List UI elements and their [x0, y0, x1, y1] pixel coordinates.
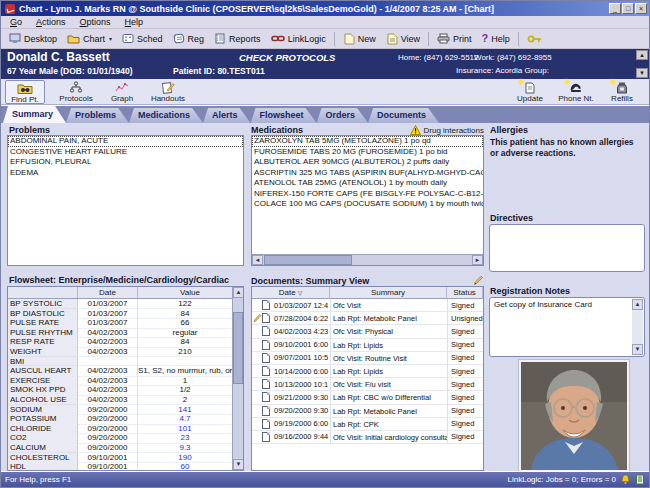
scrollbar-track[interactable] [233, 384, 243, 459]
medication-list-item[interactable]: COLACE 100 MG CAPS (DOCUSATE SODIUM) 1 b… [252, 199, 483, 210]
problem-list-item[interactable]: EDEMA [8, 168, 243, 179]
document-row[interactable]: 10/13/2000 10:1 Ofc Visit: F/u visit Sig… [252, 378, 483, 391]
flowsheet-row[interactable]: BP DIASTOLIC 01/03/2007 84 [8, 309, 232, 319]
flowsheet-row[interactable]: AUSCUL HEART 04/02/2003 S1, S2, no murmu… [8, 366, 232, 376]
menu-item[interactable]: Go [3, 17, 29, 27]
view-button[interactable]: View [381, 32, 425, 46]
menu-item[interactable]: Help [118, 17, 151, 27]
problem-list-item[interactable]: EFFUSION, PLEURAL [8, 157, 243, 168]
chart-tab[interactable]: Flowsheet [251, 108, 317, 123]
problems-list[interactable]: ABDOMINAL PAIN, ACUTECONGESTIVE HEART FA… [7, 135, 244, 266]
scrollbar-track[interactable] [352, 255, 472, 265]
security-key-button[interactable] [522, 33, 548, 45]
flowsheet-row[interactable]: SMOK HX PPD 04/02/2003 1/2 [8, 385, 232, 395]
scroll-up-icon[interactable]: ▲ [636, 50, 648, 60]
scroll-up-icon[interactable]: ▲ [233, 287, 244, 298]
medication-list-item[interactable]: ALBUTEROL AER 90MCG (ALBUTEROL) 2 puffs … [252, 157, 483, 168]
refills-button[interactable]: Refills [599, 80, 645, 104]
scroll-down-icon[interactable]: ▼ [636, 68, 648, 78]
scrollbar-thumb[interactable] [233, 312, 243, 384]
medication-list-item[interactable]: ZAROXOLYN TAB 5MG (METOLAZONE) 1 po qd [252, 136, 483, 147]
flowsheet-row[interactable]: RESP RATE 04/02/2003 84 [8, 337, 232, 347]
flowsheet-col-rowlabel[interactable] [8, 287, 78, 298]
menu-item[interactable]: Actions [29, 17, 73, 27]
document-row[interactable]: 09/10/2001 6:00 Lab Rpt: Lipids Signed [252, 339, 483, 352]
phone-note-button[interactable]: Phone Nt. [553, 80, 599, 104]
flowsheet-row[interactable]: CO2 09/20/2000 23 [8, 433, 232, 443]
drug-interactions-label[interactable]: Drug interactions [424, 126, 484, 135]
close-button[interactable]: × [635, 3, 647, 14]
sched-button[interactable]: Sched [117, 32, 168, 45]
document-row[interactable]: 04/02/2003 4:23 Ofc Visit: Physical Sign… [252, 325, 483, 338]
scroll-up-icon[interactable]: ▲ [632, 299, 643, 310]
documents-col-status[interactable]: Status [447, 287, 483, 299]
desktop-button[interactable]: Desktop [4, 32, 62, 45]
chart-button[interactable]: Chart ▾ [62, 32, 117, 45]
medications-list[interactable]: ZAROXOLYN TAB 5MG (METOLAZONE) 1 po qdFU… [251, 135, 484, 266]
scroll-down-icon[interactable]: ▼ [632, 344, 643, 355]
restore-button[interactable]: □ [622, 3, 634, 14]
flowsheet-row[interactable]: PULSE RHYTHM 04/02/2003 regular [8, 328, 232, 338]
edit-pencil-icon[interactable] [473, 275, 484, 286]
flowsheet-row[interactable]: BP SYSTOLIC 01/03/2007 122 [8, 299, 232, 309]
print-button[interactable]: Print [432, 32, 477, 45]
directives-box[interactable] [489, 224, 645, 272]
documents-col-date[interactable]: Date▽ [252, 287, 330, 299]
document-row[interactable]: 10/14/2000 6:00 Lab Rpt: Lipids Signed [252, 365, 483, 378]
reg-button[interactable]: Reg [168, 32, 210, 45]
update-button[interactable]: Update [507, 80, 553, 104]
flowsheet-row[interactable]: POTASSIUM 09/20/2000 4.7 [8, 414, 232, 424]
chart-tab[interactable]: Summary [3, 106, 66, 123]
handouts-button[interactable]: Handouts [145, 80, 191, 104]
registration-notes-box[interactable]: Get copy of Insurance Card ▲ ▼ [489, 297, 645, 357]
chart-tab[interactable]: Medications [129, 108, 203, 123]
medications-horizontal-scrollbar[interactable]: ◄ ► [252, 254, 483, 265]
medication-list-item[interactable]: FUROSEMIDE TABS 20 MG (FUROSEMIDE) 1 po … [252, 147, 483, 158]
flowsheet-row[interactable]: ALCOHOL USE 04/02/2003 2 [8, 395, 232, 405]
graph-button[interactable]: Graph [99, 80, 145, 104]
flowsheet-row[interactable]: PULSE RATE 01/03/2007 66 [8, 318, 232, 328]
chart-tab[interactable]: Problems [66, 108, 129, 123]
registration-notes-scrollbar[interactable]: ▲ ▼ [632, 299, 643, 355]
medication-list-item[interactable]: NIFEREX-150 FORTE CAPS (FE BISGLY-FE POL… [252, 189, 483, 200]
chevron-down-icon[interactable]: ▾ [109, 35, 112, 42]
flowsheet-row[interactable]: WEIGHT 04/02/2003 210 [8, 347, 232, 357]
reports-button[interactable]: Reports [209, 32, 266, 45]
flowsheet-row[interactable]: BMI [8, 357, 232, 367]
find-patient-button[interactable]: Find Pt. [5, 80, 45, 104]
chart-tab[interactable]: Alerts [203, 108, 251, 123]
alert-bell-icon[interactable] [620, 474, 631, 485]
scrollbar-thumb[interactable] [264, 255, 352, 265]
minimize-button[interactable]: _ [609, 3, 621, 14]
protocols-button[interactable]: Protocols [53, 80, 99, 104]
scroll-right-icon[interactable]: ► [472, 255, 483, 265]
linklogic-log-icon[interactable] [635, 474, 645, 485]
problem-list-item[interactable]: CONGESTIVE HEART FAILURE [8, 147, 243, 158]
documents-col-summary[interactable]: Summary [330, 287, 447, 299]
flowsheet-row[interactable]: CHLORIDE 09/20/2000 101 [8, 424, 232, 434]
medication-list-item[interactable]: ATENOLOL TAB 25MG (ATENOLOL) 1 by mouth … [252, 178, 483, 189]
flowsheet-row[interactable]: SODIUM 09/20/2000 141 [8, 405, 232, 415]
problem-list-item[interactable]: ABDOMINAL PAIN, ACUTE [8, 136, 243, 147]
document-row[interactable]: 09/21/2000 9:30 Lab Rpt: CBC w/o Differe… [252, 391, 483, 404]
help-button[interactable]: ? Help [477, 32, 515, 45]
document-row[interactable]: 09/07/2001 10:5 Ofc Visit: Routine Visit… [252, 352, 483, 365]
chart-tab[interactable]: Orders [317, 108, 369, 123]
linklogic-button[interactable]: LinkLogic [266, 33, 331, 45]
document-row[interactable]: 09/20/2000 9:30 Lab Rpt: Metabolic Panel… [252, 405, 483, 418]
flowsheet-row[interactable]: EXERCISE 04/02/2003 1 [8, 376, 232, 386]
scroll-left-icon[interactable]: ◄ [252, 255, 263, 265]
medication-list-item[interactable]: ASCRIPTIN 325 MG TABS (ASPIRIN BUF(ALHYD… [252, 168, 483, 179]
document-row[interactable]: 09/19/2000 6:00 Lab Rpt: CPK Signed [252, 418, 483, 431]
new-button[interactable]: New [338, 32, 381, 46]
document-row[interactable]: 09/16/2000 9:44 Ofc Visit: Initial cardi… [252, 431, 483, 444]
flowsheet-col-value[interactable]: Value [138, 287, 243, 298]
scroll-down-icon[interactable]: ▼ [233, 459, 244, 470]
flowsheet-row[interactable]: CHOLESTEROL 09/10/2001 190 [8, 453, 232, 463]
chart-tab[interactable]: Documents [368, 108, 439, 123]
document-row[interactable]: 01/03/2007 12:4 Ofc Visit Signed [252, 299, 483, 312]
menu-item[interactable]: Options [73, 17, 118, 27]
flowsheet-row[interactable]: CALCIUM 09/20/2000 9.3 [8, 443, 232, 453]
flowsheet-row[interactable]: HDL 09/10/2001 60 [8, 462, 232, 471]
flowsheet-vertical-scrollbar[interactable]: ▲ ▼ [232, 287, 243, 470]
